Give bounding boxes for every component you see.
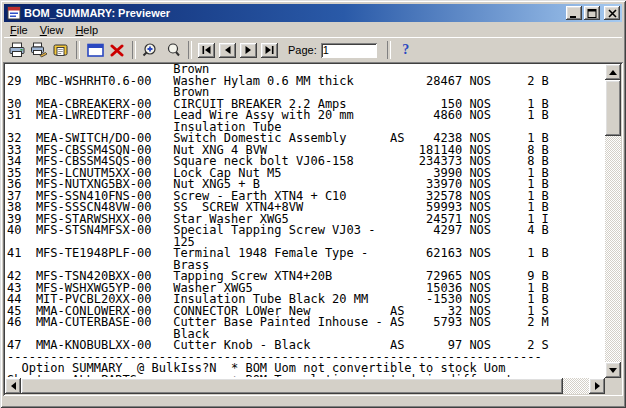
horizontal-scrollbar[interactable] xyxy=(5,378,605,394)
toolbar-separator xyxy=(188,41,192,59)
vertical-scroll-thumb[interactable] xyxy=(605,80,621,136)
scroll-right-button[interactable] xyxy=(589,378,605,394)
previewer-window: BOM_SUMMARY: Previewer File View Help xyxy=(0,0,626,408)
scroll-up-button[interactable] xyxy=(605,64,621,80)
toolbar-separator xyxy=(76,41,80,59)
minimize-button[interactable] xyxy=(566,6,582,20)
previous-page-button[interactable] xyxy=(219,43,236,58)
scroll-left-button[interactable] xyxy=(5,378,21,394)
help-icon: ? xyxy=(402,42,409,58)
close-icon xyxy=(608,9,617,18)
scroll-left-icon xyxy=(11,382,16,390)
next-page-button[interactable] xyxy=(240,43,257,58)
toolbar: Page: ? xyxy=(4,37,622,62)
scrollbar-corner xyxy=(605,378,621,394)
new-previewer-icon xyxy=(87,43,104,58)
zoom-in-button[interactable] xyxy=(140,40,162,60)
vertical-scrollbar[interactable] xyxy=(605,64,621,378)
maximize-button[interactable] xyxy=(584,6,600,20)
menu-help[interactable]: Help xyxy=(69,23,104,37)
page-input[interactable] xyxy=(321,43,377,58)
page-setup-button[interactable] xyxy=(28,40,50,60)
menu-bar: File View Help xyxy=(4,22,622,37)
scroll-right-icon xyxy=(595,382,600,390)
mail-report-icon xyxy=(52,42,70,58)
zoom-in-icon xyxy=(142,42,160,58)
first-page-icon xyxy=(202,46,211,54)
last-page-button[interactable] xyxy=(261,43,278,58)
application-icon xyxy=(7,6,21,20)
scroll-down-button[interactable] xyxy=(605,362,621,378)
minimize-icon xyxy=(569,9,579,18)
mail-report-button[interactable] xyxy=(50,40,72,60)
title-bar: BOM_SUMMARY: Previewer xyxy=(4,4,622,22)
page-setup-icon xyxy=(30,42,48,58)
menu-file[interactable]: File xyxy=(4,23,34,37)
previous-page-icon xyxy=(224,46,231,54)
close-button[interactable] xyxy=(604,6,620,20)
new-previewer-button[interactable] xyxy=(84,40,106,60)
print-button[interactable] xyxy=(6,40,28,60)
last-page-icon xyxy=(265,46,274,54)
scroll-up-icon xyxy=(609,70,617,75)
horizontal-scroll-thumb[interactable] xyxy=(21,378,563,394)
zoom-out-icon xyxy=(164,42,182,58)
zoom-out-button[interactable] xyxy=(162,40,184,60)
toolbar-separator xyxy=(132,41,136,59)
scroll-down-icon xyxy=(609,368,617,373)
menu-view[interactable]: View xyxy=(34,23,70,37)
page-label: Page: xyxy=(288,44,317,56)
next-page-icon xyxy=(245,46,252,54)
close-report-icon xyxy=(110,44,124,57)
print-icon xyxy=(8,42,26,58)
help-button[interactable]: ? xyxy=(395,40,417,60)
report-text: Brown 29 MBC-WSHRHT0.6-00 Washer Hylam 0… xyxy=(7,64,604,377)
close-report-button[interactable] xyxy=(106,40,128,60)
first-page-button[interactable] xyxy=(198,43,215,58)
window-title: BOM_SUMMARY: Previewer xyxy=(24,7,566,19)
toolbar-separator xyxy=(387,41,391,59)
maximize-icon xyxy=(587,9,597,18)
report-viewport: Brown 29 MBC-WSHRHT0.6-00 Washer Hylam 0… xyxy=(3,62,623,396)
